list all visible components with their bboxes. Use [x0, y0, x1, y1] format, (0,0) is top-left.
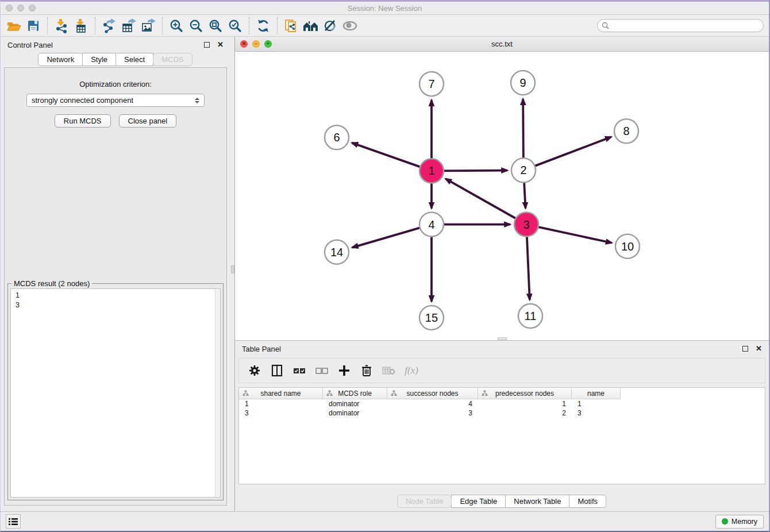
graph-edge-2-9[interactable]: [523, 99, 523, 159]
table-cell[interactable]: 1: [572, 400, 621, 408]
mcds-result-textarea[interactable]: 1 3: [10, 288, 221, 498]
table-settings-button[interactable]: [246, 362, 263, 379]
list-icon: [9, 518, 18, 526]
memory-button[interactable]: Memory: [715, 515, 764, 529]
tab-select[interactable]: Select: [116, 53, 153, 66]
table-cell[interactable]: dominator: [323, 409, 387, 417]
graph-node-label: 14: [330, 246, 343, 259]
toggle-style-button[interactable]: [321, 17, 340, 35]
table-cell[interactable]: 1: [478, 400, 572, 408]
table-cell[interactable]: 4: [387, 400, 478, 408]
network-graph[interactable]: 7968124314101511: [235, 52, 769, 340]
graph-node-1[interactable]: 1: [419, 159, 444, 183]
graph-node-15[interactable]: 15: [419, 306, 444, 330]
close-panel-button[interactable]: Close panel: [119, 114, 177, 128]
control-panel-tabs: NetworkStyleSelectMCDS: [1, 53, 230, 66]
table-row[interactable]: 1dominator411: [239, 399, 765, 408]
table-cell[interactable]: 3: [239, 409, 323, 417]
zoom-fit-button[interactable]: [206, 17, 225, 35]
splitter-grip-icon[interactable]: [231, 265, 234, 273]
result-scrollbar[interactable]: [215, 289, 220, 497]
graph-node-7[interactable]: 7: [419, 72, 444, 96]
unchecked-boxes-icon: [315, 367, 328, 375]
column-header-predecessor-nodes[interactable]: predecessor nodes: [478, 388, 572, 399]
float-panel-icon[interactable]: [204, 42, 210, 48]
show-hide-button[interactable]: [340, 17, 360, 35]
graph-node-14[interactable]: 14: [325, 240, 349, 264]
zoom-selected-button[interactable]: [225, 17, 245, 35]
open-folder-icon: [6, 19, 21, 33]
network-home-button[interactable]: [301, 17, 321, 35]
import-network-button[interactable]: [52, 17, 71, 35]
checked-boxes-icon: [293, 367, 306, 375]
zoom-in-button[interactable]: [167, 17, 186, 35]
task-history-button[interactable]: [6, 514, 21, 529]
graph-node-2[interactable]: 2: [511, 158, 536, 182]
export-image-button[interactable]: [138, 17, 158, 35]
criterion-select[interactable]: strongly connected component: [26, 94, 205, 107]
create-column-button[interactable]: [336, 362, 353, 379]
graph-edge-1-6[interactable]: [352, 143, 421, 167]
graph-node-9[interactable]: 9: [511, 71, 535, 95]
save-floppy-icon: [26, 19, 40, 33]
tab-motifs[interactable]: Motifs: [569, 495, 606, 508]
graph-edge-2-8[interactable]: [534, 137, 611, 166]
tab-node-table[interactable]: Node Table: [397, 495, 452, 508]
graph-edge-3-1[interactable]: [445, 179, 517, 219]
export-network-button[interactable]: [99, 17, 119, 35]
function-builder-button[interactable]: f(x): [403, 362, 420, 379]
run-mcds-button[interactable]: Run MCDS: [55, 114, 111, 128]
column-tree-icon: [482, 390, 488, 396]
graph-edge-1-2[interactable]: [442, 171, 507, 171]
column-header-shared-name[interactable]: shared name: [239, 388, 323, 399]
tab-network[interactable]: Network: [38, 53, 83, 66]
column-header-name[interactable]: name: [572, 388, 621, 399]
zoom-out-button[interactable]: [186, 17, 206, 35]
clone-network-button[interactable]: [282, 17, 301, 35]
graph-edge-4-14[interactable]: [352, 228, 421, 248]
optimization-label: Optimization criterion:: [79, 80, 152, 88]
table-cell[interactable]: 3: [387, 409, 478, 417]
table-cell[interactable]: 3: [572, 409, 621, 417]
graph-edge-2-3[interactable]: [524, 181, 526, 208]
deselect-all-columns-button[interactable]: [313, 362, 330, 379]
column-header-MCDS-role[interactable]: MCDS role: [323, 388, 387, 399]
delete-column-button[interactable]: [358, 362, 375, 379]
table-row[interactable]: 3dominator323: [239, 408, 765, 418]
graph-node-11[interactable]: 11: [518, 304, 542, 328]
network-canvas[interactable]: 7968124314101511: [235, 52, 769, 340]
graph-node-4[interactable]: 4: [419, 213, 444, 237]
search-input[interactable]: [612, 21, 763, 31]
column-header-successor-nodes[interactable]: successor nodes: [387, 388, 478, 399]
close-table-panel-icon[interactable]: ✕: [756, 346, 762, 352]
horizontal-splitter-grip[interactable]: [498, 337, 507, 340]
search-box[interactable]: [597, 19, 764, 32]
panel-splitter[interactable]: [230, 37, 235, 511]
tab-style[interactable]: Style: [82, 53, 116, 66]
tab-mcds[interactable]: MCDS: [153, 53, 192, 66]
delete-table-button[interactable]: [380, 362, 398, 379]
graph-node-6[interactable]: 6: [325, 125, 349, 149]
apply-layout-button[interactable]: [253, 17, 273, 35]
export-table-button[interactable]: [119, 17, 138, 35]
table-cell[interactable]: dominator: [323, 400, 387, 408]
open-session-button[interactable]: [4, 17, 24, 35]
memory-label: Memory: [732, 518, 757, 526]
select-all-columns-button[interactable]: [291, 362, 308, 379]
graph-node-10[interactable]: 10: [615, 234, 640, 259]
mcds-result-group: MCDS result (2 nodes) 1 3: [7, 283, 224, 500]
tab-edge-table[interactable]: Edge Table: [451, 495, 506, 508]
close-panel-icon[interactable]: ✕: [217, 42, 224, 48]
show-columns-button[interactable]: [268, 362, 286, 379]
table-cell[interactable]: 2: [478, 409, 572, 417]
float-table-panel-icon[interactable]: [742, 346, 748, 352]
save-session-button[interactable]: [24, 17, 43, 35]
graph-edge-3-10[interactable]: [537, 227, 612, 243]
table-cell[interactable]: 1: [239, 400, 323, 408]
table-tabs: Node TableEdge TableNetwork TableMotifs: [235, 495, 769, 508]
tab-network-table[interactable]: Network Table: [505, 495, 569, 508]
graph-node-3[interactable]: 3: [514, 213, 538, 237]
import-table-button[interactable]: [71, 17, 91, 35]
graph-edge-3-11[interactable]: [527, 236, 530, 300]
graph-node-8[interactable]: 8: [614, 119, 638, 143]
